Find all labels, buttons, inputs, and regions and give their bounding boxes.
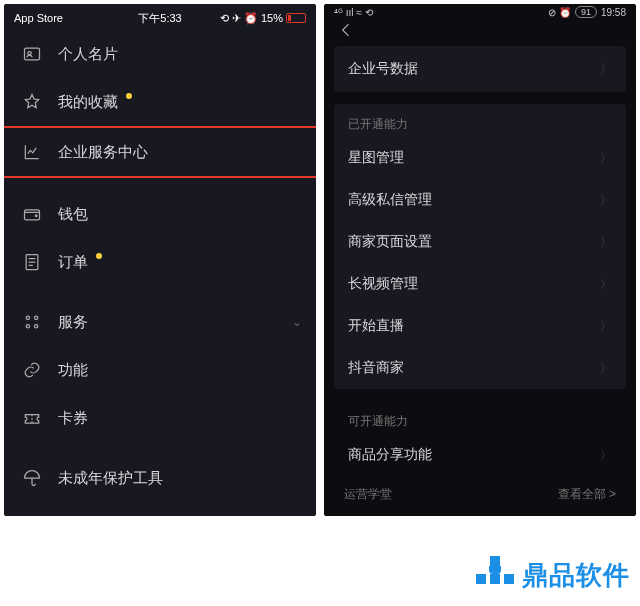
grid-icon	[22, 312, 42, 332]
capability-row[interactable]: 长视频管理〉	[334, 263, 626, 305]
menu-item-wallet[interactable]: 钱包	[4, 190, 316, 238]
wallet-icon	[22, 204, 42, 224]
svg-point-4	[35, 215, 37, 217]
available-section-title: 可开通能力	[334, 401, 626, 434]
chevron-right-icon: 〉	[600, 360, 612, 377]
ticket-icon	[22, 408, 42, 428]
enabled-section-title: 已开通能力	[334, 104, 626, 137]
status-bar-right: ⁴ᴳ ııl ≈ ⟲ ⊘ ⏰9119:58	[324, 4, 636, 20]
back-button[interactable]	[324, 20, 636, 40]
enterprise-data-row[interactable]: 企业号数据〉	[334, 46, 626, 92]
chevron-right-icon: 〉	[600, 276, 612, 293]
svg-point-7	[35, 316, 38, 319]
menu-item-ticket[interactable]: 卡券	[4, 394, 316, 442]
menu-label: 个人名片	[58, 45, 118, 64]
view-all-link[interactable]: 查看全部 >	[558, 486, 616, 503]
chevron-right-icon: 〉	[600, 61, 612, 78]
capability-row[interactable]: 商家页面设置〉	[334, 221, 626, 263]
capability-row[interactable]: 星图管理〉	[334, 137, 626, 179]
svg-point-8	[26, 325, 29, 328]
menu-label: 企业服务中心	[58, 143, 148, 162]
order-icon	[22, 252, 42, 272]
menu-item-link[interactable]: 功能	[4, 346, 316, 394]
status-bar-left: App Store 下午5:33 ⟲ ✈ ⏰15%	[8, 8, 312, 28]
watermark-logo-icon	[476, 556, 514, 594]
menu-label: 功能	[58, 361, 88, 380]
capability-row[interactable]: 抖音商家〉	[334, 347, 626, 389]
menu-label: 卡券	[58, 409, 88, 428]
menu-item-umbrella[interactable]: 未成年保护工具	[4, 454, 316, 502]
chevron-right-icon: 〉	[600, 447, 612, 464]
menu-item-grid[interactable]: 服务⌄	[4, 298, 316, 346]
svg-point-2	[28, 52, 31, 55]
chevron-down-icon: ⌄	[292, 315, 302, 329]
chevron-right-icon: 〉	[600, 234, 612, 251]
svg-point-6	[26, 316, 29, 319]
link-icon	[22, 360, 42, 380]
academy-label: 运营学堂	[344, 486, 392, 503]
capability-row[interactable]: 商品分享功能〉	[334, 434, 626, 476]
notification-dot	[126, 93, 132, 99]
notification-dot	[96, 253, 102, 259]
capability-row[interactable]: 高级私信管理〉	[334, 179, 626, 221]
capability-row[interactable]: 开始直播〉	[334, 305, 626, 347]
card-icon	[22, 44, 42, 64]
menu-label: 服务	[58, 313, 88, 332]
menu-item-card[interactable]: 个人名片	[4, 30, 316, 78]
battery-icon	[286, 13, 306, 23]
menu-label: 订单	[58, 253, 88, 272]
chevron-right-icon: 〉	[600, 318, 612, 335]
watermark: 鼎品软件	[476, 556, 630, 594]
umbrella-icon	[22, 468, 42, 488]
menu-label: 未成年保护工具	[58, 469, 163, 488]
menu-item-star[interactable]: 我的收藏	[4, 78, 316, 126]
star-icon	[22, 92, 42, 112]
menu-item-gear[interactable]: 设置	[4, 502, 316, 516]
menu-label: 钱包	[58, 205, 88, 224]
chevron-right-icon: 〉	[600, 192, 612, 209]
chart-icon	[22, 142, 42, 162]
chevron-left-icon	[336, 20, 356, 40]
menu-item-order[interactable]: 订单	[4, 238, 316, 286]
menu-item-chart[interactable]: 企业服务中心	[4, 126, 316, 178]
svg-rect-1	[25, 48, 40, 60]
side-menu: 个人名片我的收藏企业服务中心钱包订单服务⌄功能卡券未成年保护工具设置	[4, 4, 316, 516]
menu-label: 我的收藏	[58, 93, 118, 112]
svg-point-9	[35, 325, 38, 328]
chevron-right-icon: 〉	[600, 150, 612, 167]
